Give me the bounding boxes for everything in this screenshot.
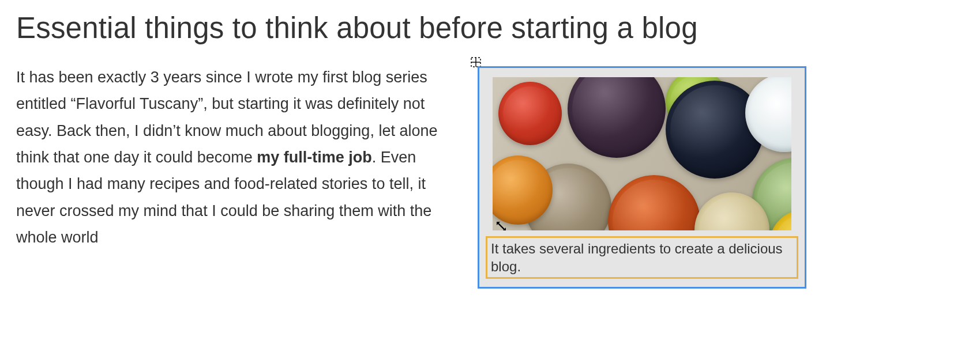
content-area: It has been exactly 3 years since I wrot… (16, 64, 964, 289)
spice-spoon (608, 175, 700, 230)
spice-spoon (568, 77, 666, 158)
figure-image[interactable] (493, 77, 791, 230)
body-text[interactable]: It has been exactly 3 years since I wrot… (16, 64, 455, 251)
page-title: Essential things to think about before s… (16, 12, 964, 46)
figure-caption[interactable]: It takes several ingredients to create a… (486, 236, 798, 279)
intro-paragraph: It has been exactly 3 years since I wrot… (16, 64, 455, 251)
spice-spoon (498, 82, 562, 145)
document-page: Essential things to think about before s… (0, 0, 980, 300)
paragraph-bold: my full-time job (257, 149, 372, 166)
figure-selected[interactable]: It takes several ingredients to create a… (478, 66, 806, 289)
image-resize-handle-icon[interactable] (494, 219, 509, 230)
spices-photo (493, 77, 791, 230)
figure-container: It takes several ingredients to create a… (478, 66, 806, 289)
svg-line-5 (498, 223, 505, 230)
